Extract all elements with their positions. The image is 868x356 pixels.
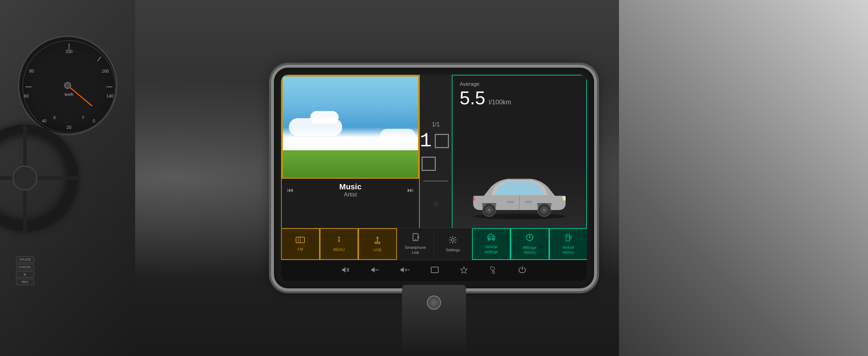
album-art-container: [282, 75, 419, 179]
menu-label: MENU: [333, 247, 345, 252]
mileage-icon: [525, 233, 534, 244]
svg-marker-51: [461, 267, 467, 273]
bluetooth-icon: ⬡: [434, 201, 438, 206]
music-title: Music: [293, 182, 407, 192]
refuel-icon: [565, 233, 572, 244]
vehicle-panel: Average 5.5 l/100km: [452, 75, 587, 228]
volume-down-button[interactable]: [371, 267, 379, 275]
vehicle-settings-label: Vehiclesettings: [485, 245, 498, 254]
music-title-block: Music Artist: [293, 182, 407, 198]
svg-text:km/h: km/h: [65, 92, 73, 96]
control-bar: [281, 260, 587, 281]
average-label: Average: [460, 81, 579, 87]
refuel-history-label: Refuelhistory: [563, 245, 574, 255]
music-artist: Artist: [293, 192, 407, 198]
svg-line-11: [97, 57, 101, 61]
nav-item-menu[interactable]: MENU: [320, 228, 359, 260]
prev-button[interactable]: ⏮: [287, 187, 293, 194]
center-console: [402, 285, 466, 356]
volume-up-button[interactable]: [400, 267, 409, 275]
track-counter: 1/1: [432, 121, 440, 128]
time-sep1: [435, 134, 449, 148]
vehicle-icon: [486, 234, 496, 243]
fuel-value: 5.5: [460, 88, 485, 108]
phone-button[interactable]: [489, 266, 497, 276]
fuel-info: Average 5.5 l/100km: [452, 75, 586, 164]
fm-label: FM: [297, 247, 303, 252]
car-illustration: [462, 171, 576, 221]
svg-text:160: 160: [102, 69, 109, 74]
right-dashboard: [619, 0, 868, 356]
svg-rect-27: [509, 179, 530, 180]
svg-point-26: [543, 209, 546, 211]
svg-point-36: [451, 239, 454, 241]
menu-icon: [335, 236, 343, 246]
usb-label: USB: [374, 248, 382, 252]
settings-icon: [449, 236, 457, 246]
svg-text:200: 200: [65, 49, 73, 54]
cruise-button[interactable]: CRUISE CANCEL ⊕ RES: [16, 256, 34, 285]
next-button[interactable]: ⏭: [407, 187, 414, 194]
fuel-reading: 5.5 l/100km: [460, 89, 579, 107]
steering-wheel: [0, 125, 78, 231]
nav-item-mileage[interactable]: Mileagehistory: [510, 228, 549, 260]
mileage-history-label: Mileagehistory: [523, 245, 537, 255]
mute-button[interactable]: [342, 267, 350, 275]
nav-item-fm[interactable]: FM: [281, 228, 320, 260]
screen-bezel: ⏮ Music Artist ⏭ 1/1 1: [274, 68, 594, 288]
smartphone-label: SmartphoneLink: [405, 245, 426, 255]
power-button[interactable]: [518, 266, 526, 276]
svg-text:0: 0: [93, 119, 95, 124]
screen-button[interactable]: [431, 267, 439, 275]
svg-text:F: F: [82, 115, 85, 120]
svg-rect-50: [431, 267, 438, 273]
svg-rect-39: [488, 236, 491, 237]
svg-point-45: [570, 239, 571, 240]
left-dashboard: 200 160 140 80 60 40 20 0 km/h E: [0, 0, 135, 356]
knob[interactable]: [427, 295, 441, 310]
smartphone-icon: [412, 233, 419, 244]
center-panel: 1/1 1 ⬡: [420, 75, 452, 228]
svg-text:40: 40: [42, 119, 47, 124]
album-art-border: [282, 75, 419, 179]
nav-item-usb[interactable]: USB: [358, 228, 397, 260]
time-sep2: [422, 157, 436, 171]
fm-icon: [296, 236, 305, 246]
navigation-bar: FM MENU USB: [281, 228, 587, 260]
nav-item-vehicle[interactable]: Vehiclesettings: [472, 228, 511, 260]
time-hours: 1: [420, 130, 433, 152]
infotainment-screen: ⏮ Music Artist ⏭ 1/1 1: [281, 75, 587, 281]
screen-main-content: ⏮ Music Artist ⏭ 1/1 1: [281, 75, 587, 228]
progress-bar-container: [423, 180, 449, 182]
svg-text:E: E: [53, 115, 56, 120]
music-panel: ⏮ Music Artist ⏭: [281, 75, 420, 228]
car-interior: 200 160 140 80 60 40 20 0 km/h E: [0, 0, 868, 356]
car-image-container: [452, 164, 586, 228]
fuel-unit: l/100km: [489, 99, 511, 106]
nav-item-refuel[interactable]: Refuelhistory: [549, 228, 587, 260]
settings-label: Settings: [446, 248, 460, 252]
svg-line-43: [530, 237, 531, 238]
usb-icon: [374, 236, 381, 246]
svg-text:20: 20: [67, 125, 72, 130]
nav-item-smartphone[interactable]: SmartphoneLink: [397, 228, 435, 260]
svg-rect-44: [566, 236, 569, 237]
svg-text:140: 140: [106, 94, 113, 99]
music-info: ⏮ Music Artist ⏭: [282, 179, 419, 201]
svg-point-23: [488, 209, 491, 211]
time-display: 1: [420, 130, 452, 175]
favorites-button[interactable]: [460, 266, 468, 275]
svg-text:80: 80: [29, 69, 34, 74]
svg-text:60: 60: [24, 94, 29, 99]
nav-item-settings[interactable]: Settings: [434, 228, 472, 260]
